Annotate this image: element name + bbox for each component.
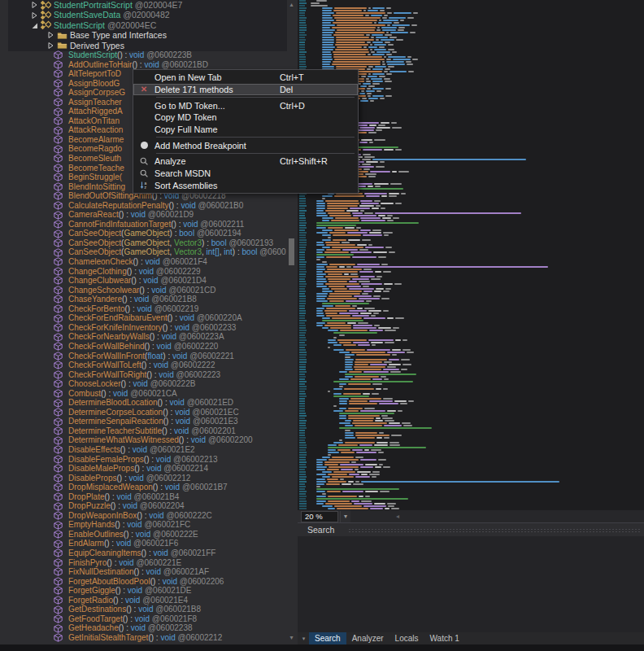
menu-item-search-msdn[interactable]: Search MSDN xyxy=(133,168,358,180)
line-number-mark xyxy=(299,342,305,343)
tree-item-studentportraitscript[interactable]: StudentPortraitScript @020004E7 xyxy=(0,0,286,10)
method-item[interactable]: CannotFindInfatuationTarget() : void @06… xyxy=(0,220,286,229)
method-item[interactable]: ChangeClubwear() : void @060021D4 xyxy=(0,276,286,286)
method-item[interactable]: DropPlate() : void @060021B4 xyxy=(0,492,286,502)
method-item[interactable]: DetermineCorpseLocation() : void @060021… xyxy=(0,408,286,417)
collapsed-chevron-icon[interactable] xyxy=(31,1,38,9)
method-item[interactable]: EndAlarm() : void @060021F6 xyxy=(0,539,286,548)
hscroll-left-icon[interactable]: ◂ xyxy=(393,510,402,522)
method-item[interactable]: DetermineTeacherSubtitle() : void @06002… xyxy=(0,426,286,436)
menu-item-add-method-breakpoint[interactable]: Add Method Breakpoint xyxy=(133,139,358,151)
tab-search[interactable]: Search xyxy=(309,632,346,644)
method-item[interactable]: ChaseYandere() : void @060021B8 xyxy=(0,295,286,304)
tab-watch-1[interactable]: Watch 1 xyxy=(424,632,465,644)
method-item[interactable]: FinishPyro() : void @0600221E xyxy=(0,558,286,568)
method-item[interactable]: DisableEffects() : void @060021E2 xyxy=(0,445,286,455)
menu-item-delete-171-methods[interactable]: ✕Delete 171 methodsDel xyxy=(133,84,358,96)
method-item[interactable]: ForgetGiggle() : void @060021DE xyxy=(0,586,286,596)
method-item[interactable]: DetermineBloodLocation() : void @060021E… xyxy=(0,398,286,408)
code-line xyxy=(339,417,393,419)
code-line xyxy=(345,432,384,434)
line-number-mark xyxy=(299,276,306,277)
method-item[interactable]: EmptyHands() : void @060021FC xyxy=(0,520,286,530)
method-item[interactable]: StudentScript() : void @0600223B xyxy=(0,50,286,60)
collapsed-chevron-icon[interactable] xyxy=(31,11,38,20)
menu-item-copy-full-name[interactable]: Copy Full Name xyxy=(133,124,358,136)
method-item[interactable]: DropMisplacedWeapon() : void @060021B7 xyxy=(0,483,286,492)
collapsed-chevron-icon[interactable] xyxy=(47,42,54,50)
method-item[interactable]: DropPuzzle() : void @06002204 xyxy=(0,501,286,511)
method-item[interactable]: CheckForKnifeInInventory() : void @06002… xyxy=(0,323,286,333)
collapsed-chevron-icon[interactable] xyxy=(47,31,54,39)
method-item[interactable]: GetDestinations() : void @060021B8 xyxy=(0,605,286,614)
zoom-level-combobox[interactable]: 20 % xyxy=(301,511,338,522)
method-item[interactable]: ChooseLocker() : void @0600222B xyxy=(0,379,286,389)
method-item[interactable]: ChameleonCheck() : void @060021F4 xyxy=(0,257,286,267)
method-item[interactable]: CalculateReputationPenalty() : void @060… xyxy=(0,201,286,211)
code-line xyxy=(316,269,372,270)
method-item[interactable]: GetFoodTarget() : void @060021F8 xyxy=(0,614,286,624)
tree-item-derived-types[interactable]: Derived Types xyxy=(0,41,286,50)
line-number-mark xyxy=(299,347,305,348)
method-item[interactable]: DisableProps() : void @06002212 xyxy=(0,474,286,483)
menu-item-go-to-md-token[interactable]: Go to MD Token...Ctrl+D xyxy=(133,99,358,111)
method-item[interactable]: ChangeClothing() : void @06002229 xyxy=(0,267,286,277)
method-item[interactable]: CheckForNearbyWalls() : void @0600223A xyxy=(0,332,286,342)
code-line xyxy=(322,24,417,26)
splitter-grip[interactable] xyxy=(348,528,641,533)
method-item[interactable]: DisableMaleProps() : void @06002214 xyxy=(0,464,286,474)
method-item[interactable]: CanSeeObject(GameObject) : bool @0600219… xyxy=(0,229,286,238)
tree-item-studentscript[interactable]: StudentScript @020004EC xyxy=(0,20,286,30)
tab-analyzer[interactable]: Analyzer xyxy=(346,632,389,644)
method-item[interactable]: CanSeeObject(GameObject, Vector3) : bool… xyxy=(0,238,286,248)
scroll-down-icon[interactable]: ▾ xyxy=(288,634,295,641)
method-item[interactable]: DropWeaponInBox() : void @0600222C xyxy=(0,511,286,521)
method-item[interactable]: DetermineWhatWasWitnessed() : void @0600… xyxy=(0,435,286,445)
tree-item-base-type-and-interfaces[interactable]: Base Type and Interfaces xyxy=(0,30,286,40)
method-item[interactable]: FixNullDestination() : void @060021AF xyxy=(0,567,286,577)
code-line xyxy=(339,383,382,385)
expanded-chevron-icon[interactable] xyxy=(31,21,38,29)
method-item[interactable]: GetInitialStealthTarget() : void @060022… xyxy=(0,633,286,643)
method-item[interactable]: Combust() : void @060021CA xyxy=(0,389,286,399)
menu-item-sort-assemblies[interactable]: azSort Assemblies xyxy=(133,180,358,192)
method-item[interactable]: ForgetAboutBloodPool() : void @06002206 xyxy=(0,577,286,587)
tab-list-chevron-icon[interactable]: ▾ xyxy=(298,633,309,644)
method-icon xyxy=(54,79,63,88)
menu-item-copy-md-token[interactable]: Copy MD Token xyxy=(133,111,358,124)
type-tree[interactable]: StudentPortraitScript @020004E7StudentSa… xyxy=(0,0,286,50)
method-item[interactable]: GetHeadache() : void @06002238 xyxy=(0,623,286,633)
method-item[interactable]: ChangeSchoolwear() : void @060021CD xyxy=(0,286,286,295)
tab-locals[interactable]: Locals xyxy=(389,632,424,644)
method-item[interactable]: AddOutlineToHair() : void @060021BD xyxy=(0,60,286,70)
scrollbar-thumb[interactable] xyxy=(289,238,294,265)
method-item[interactable]: CheckForWallBehind() : void @06002220 xyxy=(0,342,286,352)
tree-item-studentsavedata[interactable]: StudentSaveData @02000482 xyxy=(0,10,286,20)
method-icon xyxy=(54,624,63,633)
code-line xyxy=(339,403,407,404)
scroll-up-icon[interactable]: ▴ xyxy=(288,1,295,8)
method-icon xyxy=(54,436,63,445)
method-signature: Combust() : void @060021CA xyxy=(68,389,177,399)
method-item[interactable]: CheckForEndRaibaruEvent() : void @060022… xyxy=(0,313,286,323)
method-item[interactable]: CanSeeObject(GameObject, Vector3, int[],… xyxy=(0,247,286,257)
method-item[interactable]: DetermineSenpaiReaction() : void @060021… xyxy=(0,417,286,426)
method-signature: DetermineCorpseLocation() : void @060021… xyxy=(68,408,239,417)
code-line xyxy=(316,215,393,216)
method-item[interactable]: CheckForWallInFront(float) : void @06002… xyxy=(0,352,286,361)
zoom-dropdown-icon[interactable]: ▾ xyxy=(340,511,350,522)
code-line xyxy=(316,254,354,256)
method-item[interactable]: CameraReact() : void @060021D9 xyxy=(0,210,286,220)
method-item[interactable]: ForgetRadio() : void @060021E4 xyxy=(0,596,286,605)
line-number-mark xyxy=(299,237,306,238)
method-item[interactable]: EnableOutlines() : void @0600222E xyxy=(0,530,286,540)
menu-item-open-in-new-tab[interactable]: Open in New TabCtrl+T xyxy=(133,72,358,84)
method-item[interactable]: CheckForWallToRight() : void @06002223 xyxy=(0,370,286,380)
method-item[interactable]: DisableFemaleProps() : void @06002213 xyxy=(0,455,286,465)
menu-item-analyze[interactable]: AnalyzeCtrl+Shift+R xyxy=(133,155,358,168)
editor-horizontal-scrollbar[interactable]: ◂ xyxy=(350,510,644,522)
search-panel-header[interactable]: Search xyxy=(298,522,644,537)
method-item[interactable]: EquipCleaningItems() : void @060021FF xyxy=(0,548,286,558)
method-item[interactable]: CheckForWallToLeft() : void @06002222 xyxy=(0,360,286,370)
method-item[interactable]: CheckForBento() : void @06002219 xyxy=(0,304,286,314)
